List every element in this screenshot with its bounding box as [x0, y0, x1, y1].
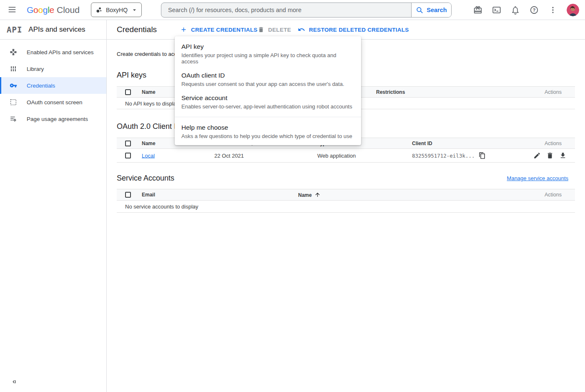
library-icon	[10, 65, 17, 73]
sidebar-item-label: OAuth consent screen	[27, 99, 83, 106]
client-id-cell: 83255951712-eil3k...	[412, 152, 486, 159]
sidebar-item-credentials[interactable]: Credentials	[0, 77, 106, 94]
restore-deleted-credentials-button[interactable]: RESTORE DELETED CREDENTIALS	[298, 26, 409, 33]
search-icon	[416, 6, 424, 14]
project-name: BoxyHQ	[106, 7, 128, 13]
column-header-name: Name	[142, 141, 156, 146]
menu-item-description: Enables server-to-server, app-level auth…	[181, 103, 354, 110]
logo-cloud-text: Cloud	[57, 5, 80, 15]
search-button-label: Search	[427, 7, 447, 13]
client-name-link[interactable]: Local	[142, 153, 155, 159]
logo-letter: g	[43, 5, 48, 15]
service-accounts-title: Service Accounts	[117, 174, 174, 183]
select-all-checkbox[interactable]	[125, 192, 131, 198]
copy-icon[interactable]	[479, 152, 486, 159]
sidebar-item-label: Credentials	[27, 83, 55, 89]
svg-text:?: ?	[533, 8, 536, 13]
delete-label: DELETE	[268, 27, 291, 33]
sidebar-title: APIs and services	[28, 25, 85, 34]
menu-item-oauth-client-id[interactable]: OAuth client ID Requests user consent so…	[175, 72, 361, 87]
download-icon[interactable]	[559, 152, 567, 159]
api-keys-empty-text: No API keys to display	[125, 100, 179, 106]
project-logo-icon	[95, 6, 103, 14]
delete-trash-icon[interactable]	[546, 152, 554, 159]
row-actions	[533, 152, 567, 159]
chevron-down-icon	[131, 6, 138, 14]
agreements-icon	[10, 115, 17, 123]
select-all-checkbox[interactable]	[125, 89, 131, 95]
hamburger-menu-icon[interactable]	[7, 5, 17, 15]
menu-item-api-key[interactable]: API key Identifies your project using a …	[175, 43, 361, 65]
menu-item-title: Service account	[181, 94, 354, 102]
help-icon[interactable]: ?	[529, 5, 539, 15]
manage-service-accounts-link[interactable]: Manage service accounts	[507, 175, 568, 181]
create-credentials-button[interactable]: CREATE CREDENTIALS	[180, 26, 258, 33]
creation-date-cell: 22 Oct 2021	[214, 153, 244, 159]
menu-item-title: API key	[181, 43, 354, 50]
delete-button[interactable]: DELETE	[258, 26, 291, 33]
logo-letter: o	[38, 5, 43, 15]
consent-screen-icon	[10, 98, 17, 106]
sidebar-item-oauth-consent[interactable]: OAuth consent screen	[0, 94, 106, 111]
topbar-icons: ?	[473, 0, 579, 20]
search-bar: Search	[161, 3, 452, 18]
avatar[interactable]	[567, 4, 579, 16]
collapse-sidebar-icon[interactable]	[9, 378, 18, 387]
sidebar-item-page-usage[interactable]: Page usage agreements	[0, 111, 106, 127]
undo-icon	[298, 26, 305, 33]
create-credentials-label: CREATE CREDENTIALS	[191, 27, 258, 33]
menu-item-title: OAuth client ID	[181, 72, 354, 79]
sidebar-nav: Enabled APIs and services Library Creden…	[0, 40, 106, 127]
menu-item-description: Identifies your project using a simple A…	[181, 52, 354, 65]
column-header-client-id: Client ID	[412, 141, 432, 146]
column-header-actions: Actions	[545, 141, 562, 146]
page-title: Credentials	[117, 25, 157, 34]
search-button[interactable]: Search	[411, 3, 451, 17]
google-cloud-logo[interactable]: Google Cloud	[27, 0, 80, 20]
sidebar: API APIs and services Enabled APIs and s…	[0, 20, 107, 392]
menu-item-help-me-choose[interactable]: Help me choose Asks a few questions to h…	[175, 124, 361, 139]
search-input[interactable]	[161, 3, 411, 17]
sidebar-item-label: Library	[27, 66, 44, 72]
project-selector[interactable]: BoxyHQ	[91, 3, 142, 17]
logo-letter: o	[33, 5, 38, 15]
column-header-actions: Actions	[545, 192, 562, 198]
service-accounts-empty-text: No service accounts to display	[125, 204, 198, 210]
row-checkbox[interactable]	[125, 153, 131, 158]
restore-label: RESTORE DELETED CREDENTIALS	[309, 27, 409, 33]
api-logo: API	[7, 25, 22, 34]
edit-pencil-icon[interactable]	[533, 152, 541, 159]
menu-item-description: Asks a few questions to help you decide …	[181, 133, 354, 139]
column-header-actions: Actions	[545, 89, 562, 95]
cloud-shell-icon[interactable]	[492, 5, 502, 15]
column-header-email: Email	[142, 192, 155, 198]
more-options-icon[interactable]	[548, 5, 558, 15]
client-name-cell: Local	[142, 153, 155, 159]
select-all-checkbox[interactable]	[125, 141, 131, 146]
service-accounts-table: Email Name Actions No service accounts t…	[117, 189, 575, 213]
sidebar-header: API APIs and services	[0, 20, 106, 40]
topbar: Google Cloud BoxyHQ Search ?	[0, 0, 585, 20]
key-icon	[10, 82, 17, 89]
menu-item-description: Requests user consent so that your app c…	[181, 81, 354, 87]
menu-item-title: Help me choose	[181, 124, 354, 131]
sidebar-item-library[interactable]: Library	[0, 60, 106, 77]
column-header-restrictions: Restrictions	[376, 89, 405, 95]
plus-icon	[180, 26, 187, 33]
client-id-value: 83255951712-eil3k...	[412, 153, 475, 159]
logo-letter: e	[50, 5, 54, 15]
column-header-name[interactable]: Name	[298, 192, 321, 198]
enabled-apis-icon	[10, 48, 17, 56]
sidebar-item-enabled-apis[interactable]: Enabled APIs and services	[0, 44, 106, 60]
api-keys-title: API keys	[117, 71, 146, 80]
gift-icon[interactable]	[473, 5, 483, 15]
menu-item-service-account[interactable]: Service account Enables server-to-server…	[175, 94, 361, 110]
notifications-bell-icon[interactable]	[510, 5, 520, 15]
service-accounts-table-header: Email Name Actions	[117, 189, 575, 201]
sidebar-item-label: Enabled APIs and services	[27, 49, 94, 55]
trash-icon	[258, 26, 264, 33]
column-header-name: Name	[142, 89, 156, 95]
sort-ascending-icon	[314, 192, 321, 198]
menu-divider	[175, 117, 361, 117]
oauth-client-row: Local 22 Oct 2021 Web application 832559…	[117, 149, 575, 163]
